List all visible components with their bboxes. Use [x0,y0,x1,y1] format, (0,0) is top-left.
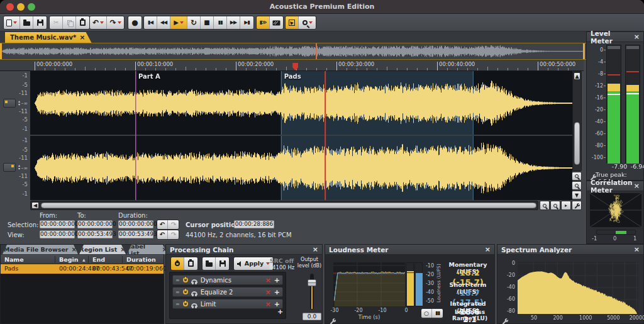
overview-waveform[interactable] [0,43,585,59]
zoom-tool-button[interactable] [299,16,316,29]
overview-strip[interactable] [0,43,586,60]
selection-duration-field[interactable]: 00:00:00:000 [118,220,153,228]
insert-effect-icon[interactable]: + [274,288,280,296]
drag-handle-icon[interactable]: ≡ [175,291,180,293]
waveform-editor[interactable] [30,71,572,200]
loudness-settings-button[interactable] [329,315,336,324]
redo-button[interactable]: ↷ [107,16,124,29]
chain-save-button[interactable] [216,257,229,270]
selection-to-field[interactable]: 00:00:00:000 [77,220,113,228]
zoom-out-horizontal-button[interactable] [550,201,560,210]
close-tab-icon[interactable]: × [79,33,85,42]
selection-redo-button[interactable]: ↷ [168,220,179,229]
close-tab-icon[interactable]: × [72,246,77,253]
effect-power-icon[interactable] [183,301,188,306]
go-to-start-button[interactable]: ▮◀ [144,16,157,29]
headphones-monitor-icon[interactable] [191,303,197,307]
zoom-out-vertical-button[interactable] [572,181,582,190]
reset-loudness-button[interactable]: ○ [421,309,432,318]
chain-enable-button[interactable] [171,257,184,270]
loop-playback-button[interactable]: ↻ [187,16,201,29]
apply-chain-button[interactable]: Apply [234,257,273,270]
vertical-scrollbar[interactable]: ▲ [572,71,582,171]
headphones-monitor-icon[interactable] [191,291,197,295]
chain-clipboard-button[interactable] [184,257,197,270]
close-panel-icon[interactable]: × [634,34,640,40]
effect-power-icon[interactable] [183,289,188,294]
go-to-end-button[interactable]: ▶▮ [240,16,253,29]
remove-effect-icon[interactable]: × [265,276,271,284]
output-fader-handle[interactable] [308,279,316,286]
view-from-field[interactable]: 00:00:00:000 [40,230,75,238]
spectrum-analyzer-header[interactable]: Spectrum Analyzer× [497,245,643,255]
correlation-meter-header[interactable]: Correlation Meter× [587,181,643,191]
loudness-meter-header[interactable]: Loudness Meter× [325,245,494,255]
add-effect-button[interactable]: + [277,308,283,316]
view-undo-button[interactable]: ↶ [157,230,168,239]
scrub-button[interactable]: ▮≫ [257,16,270,29]
drag-handle-icon[interactable]: ≡ [175,303,180,305]
column-header-end[interactable]: End [92,256,105,263]
record-button[interactable]: ● [128,16,142,29]
vertical-scroll-thumb[interactable] [574,122,580,165]
list-tab-region-list[interactable]: Region List× [79,245,126,254]
selection-undo-button[interactable]: ↶ [157,220,168,229]
zoom-settings-button[interactable] [572,201,582,210]
selection-tool-button[interactable] [286,16,299,29]
region-label[interactable]: Pads [284,73,301,80]
effect-row-limit[interactable]: ≡Limit×+ [172,299,283,309]
view-to-field[interactable]: 00:00:53:493 [77,230,113,238]
zoom-in-vertical-button[interactable] [572,172,582,181]
paste-button[interactable] [76,16,89,29]
document-tab[interactable]: Theme Music.wav* × [5,32,92,43]
spectrum-settings-button[interactable] [501,315,508,324]
pause-loudness-button[interactable]: ▮▮ [432,309,443,318]
processing-chain-header[interactable]: Processing Chain× [166,245,322,255]
close-panel-icon[interactable]: × [634,183,640,189]
column-header-name[interactable]: Name [4,256,24,263]
level-meter-header[interactable]: Level Meter× [587,32,643,42]
play-button[interactable]: ▶ [170,16,187,29]
column-header-duration[interactable]: Duration [126,256,156,263]
cut-button[interactable]: ✂ [50,16,63,29]
scroll-left-button[interactable]: ◀ [31,202,39,209]
insert-effect-icon[interactable]: + [274,300,280,308]
marker-label[interactable]: Part A [138,73,160,80]
close-panel-icon[interactable]: × [313,247,318,253]
new-file-button[interactable] [4,16,20,29]
zoom-selection-button[interactable]: ▸ [561,201,571,210]
view-redo-button[interactable]: ↷ [168,230,179,239]
effect-row-dynamics[interactable]: ≡Dynamics×+ [172,275,283,285]
list-tab-label-list[interactable]: Label List× [127,245,167,254]
fast-forward-button[interactable]: ▶▶ [227,16,240,29]
remove-effect-icon[interactable]: × [265,288,271,296]
selection-from-field[interactable]: 00:00:00:000 [40,220,75,228]
horizontal-scroll-thumb[interactable] [41,203,536,208]
drag-handle-icon[interactable]: ≡ [175,279,180,281]
stop-button[interactable]: ■ [201,16,214,29]
copy-button[interactable] [63,16,76,29]
cursor-position-field[interactable]: 00:00:28:886 [234,220,274,228]
close-panel-icon[interactable]: × [485,247,491,253]
rewind-button[interactable]: ◀◀ [157,16,170,29]
column-header-begin[interactable]: Begin [59,256,79,263]
undo-button[interactable]: ↶ [90,16,107,29]
close-tab-icon[interactable]: × [120,246,125,253]
close-panel-icon[interactable]: × [634,247,640,253]
save-file-button[interactable] [33,16,47,29]
remove-effect-icon[interactable]: × [265,300,271,308]
output-level-value[interactable]: 0.0 [303,313,321,320]
zoom-menu-button[interactable]: ▼ [572,191,582,199]
time-ruler[interactable]: 00:00:00:00000:00:10:00000:00:20:00000:0… [0,60,584,71]
horizontal-scrollbar[interactable]: ◀ [30,201,538,210]
list-tab-media-file-browser[interactable]: Media File Browser× [3,245,78,254]
chain-open-button[interactable] [203,257,216,270]
scroll-up-button[interactable]: ▲ [574,72,580,80]
zoom-in-horizontal-button[interactable] [540,201,550,210]
headphones-monitor-icon[interactable] [191,279,197,283]
table-row[interactable]: Pads00:00:24:48700:00:43:54700:00:19:060 [1,264,164,274]
remote-control-button[interactable] [270,16,283,29]
view-duration-field[interactable]: 00:00:53:493 [118,230,153,238]
open-file-button[interactable] [20,16,33,29]
pause-button[interactable]: ▮▮ [214,16,227,29]
